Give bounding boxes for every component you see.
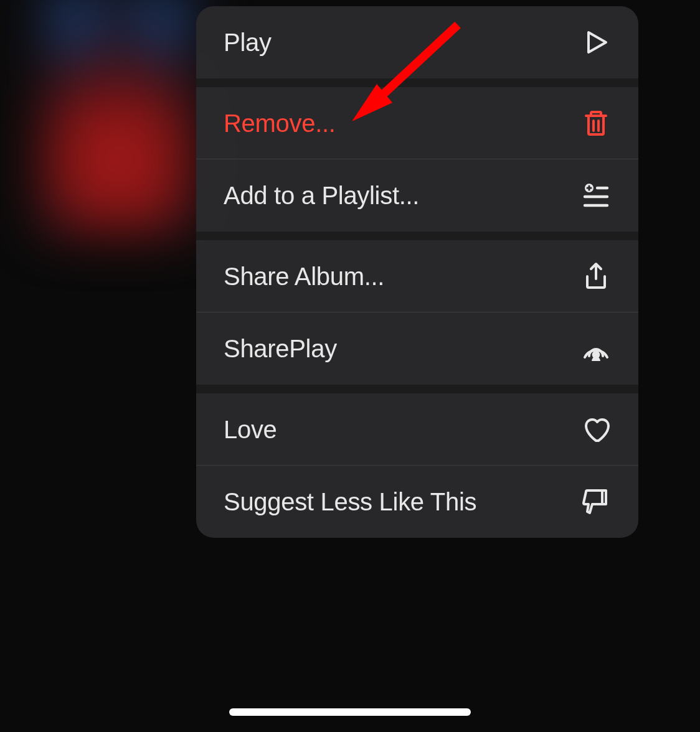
menu-label: Love (224, 416, 277, 444)
menu-item-add-playlist[interactable]: Add to a Playlist... (196, 159, 638, 232)
menu-label: Suggest Less Like This (224, 488, 476, 516)
menu-divider (196, 385, 638, 393)
album-artwork (37, 0, 199, 237)
menu-label: Share Album... (224, 263, 384, 291)
menu-item-share-album[interactable]: Share Album... (196, 240, 638, 312)
menu-item-play[interactable]: Play (196, 6, 638, 78)
heart-icon (581, 415, 611, 444)
menu-label: Add to a Playlist... (224, 182, 419, 210)
share-icon (581, 261, 611, 291)
shareplay-icon (581, 334, 611, 364)
menu-label: Remove... (224, 110, 336, 138)
play-icon (581, 27, 611, 57)
menu-item-love[interactable]: Love (196, 393, 638, 466)
menu-item-remove[interactable]: Remove... (196, 87, 638, 159)
menu-item-suggest-less[interactable]: Suggest Less Like This (196, 466, 638, 538)
menu-item-shareplay[interactable]: SharePlay (196, 312, 638, 385)
menu-label: SharePlay (224, 335, 337, 363)
add-to-playlist-icon (581, 181, 611, 210)
context-menu: Play Remove... Add to a Playlist... (196, 6, 638, 538)
menu-divider (196, 232, 638, 240)
home-indicator[interactable] (229, 708, 471, 716)
menu-label: Play (224, 29, 272, 57)
thumbs-down-icon (581, 487, 611, 517)
menu-divider (196, 78, 638, 87)
trash-icon (581, 108, 611, 138)
